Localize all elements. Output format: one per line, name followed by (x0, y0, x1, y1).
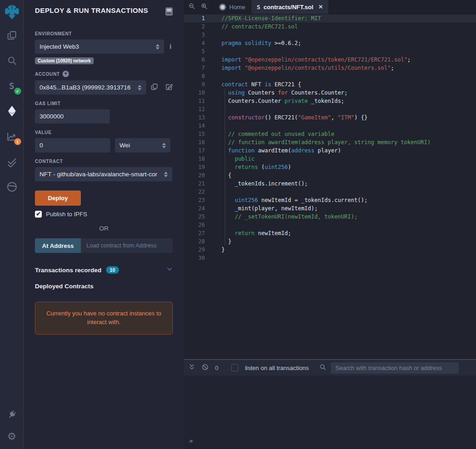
line-number: 8 (184, 72, 212, 80)
tab-nft-sol[interactable]: S contracts/NFT.sol ✕ (251, 0, 329, 14)
code-line[interactable]: 8 (184, 72, 476, 80)
code-area[interactable]: 1//SPDX-License-Identifier: MIT2// contr… (184, 14, 476, 262)
or-separator: OR (35, 225, 173, 232)
line-number: 6 (184, 56, 212, 64)
code-line[interactable]: 15 // commented out unused variable (184, 130, 476, 138)
code-line[interactable]: 30 (184, 254, 476, 262)
line-content: uint256 newItemId = _tokenIds.current(); (212, 196, 368, 204)
line-content: } (212, 237, 232, 246)
compiler-success-badge: ✓ (14, 88, 21, 95)
transactions-recorded-label: Transactions recorded (35, 267, 102, 274)
code-line[interactable]: 27 return newItemId; (184, 229, 476, 237)
analytics-notification-badge: 1 (14, 138, 21, 145)
line-content: import "@openzeppelin/contracts/utils/Co… (212, 64, 394, 72)
code-line[interactable]: 10 using Counters for Counters.Counter; (184, 89, 476, 97)
code-line[interactable]: 5 (184, 47, 476, 56)
contract-select[interactable]: NFT - github/ava-labs/avalanche-smart-co… (35, 167, 172, 181)
code-editor[interactable]: 1//SPDX-License-Identifier: MIT2// contr… (184, 14, 476, 359)
listen-all-transactions-checkbox[interactable] (231, 364, 238, 371)
code-line[interactable]: 21 _tokenIds.increment(); (184, 180, 476, 188)
search-icon[interactable] (6, 55, 18, 67)
code-line[interactable]: 12 (184, 105, 476, 113)
at-address-button[interactable]: At Address (35, 238, 81, 253)
publish-to-ipfs-label: Publish to IPFS (46, 211, 87, 218)
file-explorer-icon[interactable] (6, 29, 18, 41)
value-input[interactable] (35, 138, 110, 152)
code-line[interactable]: 2// contracts/ERC721.sol (184, 22, 476, 31)
debugger-icon[interactable] (6, 181, 18, 193)
terminal-prompt: > (184, 438, 476, 449)
terminal-output[interactable]: > (184, 376, 476, 449)
code-line[interactable]: 26 (184, 221, 476, 229)
copy-account-icon[interactable] (151, 83, 158, 92)
terminal-toolbar: 0 listen on all transactions (184, 360, 476, 376)
deploy-and-run-icon[interactable] (6, 105, 18, 117)
code-line[interactable]: 9contract NFT is ERC721 { (184, 80, 476, 89)
zoom-out-icon[interactable] (188, 3, 195, 11)
analytics-icon[interactable]: 1 (6, 130, 18, 142)
code-line[interactable]: 14 (184, 122, 476, 130)
code-line[interactable]: 1//SPDX-License-Identifier: MIT (184, 14, 476, 22)
line-content: _mint(player, newItemId); (212, 204, 318, 213)
contract-group: CONTRACT NFT - github/ava-labs/avalanche… (35, 159, 173, 181)
line-number: 25 (184, 213, 212, 221)
chevron-down-icon[interactable] (166, 266, 173, 274)
code-line[interactable]: 25 // _setTokenURI(newItemId, tokenURI); (184, 213, 476, 221)
code-line[interactable]: 28 } (184, 237, 476, 246)
select-arrows-icon (156, 44, 159, 50)
account-group: ACCOUNT + 0x845...B1aB3 (999992.3913716 (35, 71, 173, 95)
code-line[interactable]: 29} (184, 246, 476, 254)
documentation-icon[interactable] (165, 7, 173, 16)
unit-testing-icon[interactable] (6, 156, 18, 168)
zoom-in-icon[interactable] (201, 3, 208, 11)
code-line[interactable]: 11 Counters.Counter private _tokenIds; (184, 97, 476, 105)
code-line[interactable]: 23 uint256 newItemId = _tokenIds.current… (184, 196, 476, 204)
clear-console-icon[interactable] (202, 364, 209, 372)
value-unit-select[interactable]: Wei (115, 138, 170, 152)
tab-home[interactable]: Home (213, 0, 251, 14)
code-line[interactable]: 24 _mint(player, newItemId); (184, 204, 476, 213)
line-number: 5 (184, 47, 212, 56)
solidity-compiler-icon[interactable]: S ✓ (6, 80, 18, 92)
line-number: 4 (184, 39, 212, 47)
code-line[interactable]: 16 // function awardItem(address player,… (184, 138, 476, 146)
code-line[interactable]: 19 returns (uint256) (184, 163, 476, 171)
environment-select[interactable]: Injected Web3 (35, 39, 164, 54)
plugin-manager-icon[interactable] (6, 409, 18, 421)
code-line[interactable]: 20 { (184, 171, 476, 180)
code-line[interactable]: 7import "@openzeppelin/contracts/utils/C… (184, 64, 476, 72)
select-arrows-icon (162, 143, 166, 148)
publish-to-ipfs-checkbox[interactable]: ✔ (35, 211, 42, 218)
code-line[interactable]: 4pragma solidity >=0.6.2; (184, 39, 476, 47)
line-content: import "@openzeppelin/contracts/token/ER… (212, 56, 411, 64)
line-number: 14 (184, 122, 212, 130)
close-tab-icon[interactable]: ✕ (318, 4, 323, 10)
code-line[interactable]: 22 (184, 188, 476, 196)
code-line[interactable]: 3 (184, 31, 476, 39)
transactions-recorded-row[interactable]: Transactions recorded 10 (35, 266, 173, 274)
environment-label: ENVIRONMENT (35, 31, 173, 36)
code-line[interactable]: 13 constructor() ERC721("GameItem", "ITM… (184, 113, 476, 122)
at-address-input[interactable] (81, 238, 173, 253)
code-line[interactable]: 6import "@openzeppelin/contracts/token/E… (184, 56, 476, 64)
code-line[interactable]: 17 function awardItem(address player) (184, 146, 476, 155)
terminal-search-input[interactable] (331, 362, 459, 374)
account-select[interactable]: 0x845...B1aB3 (999992.3913716 (35, 80, 146, 95)
line-content (212, 31, 221, 39)
icon-rail: S ✓ 1 ⚙ (0, 0, 24, 449)
settings-icon[interactable]: ⚙ (6, 431, 18, 443)
gas-limit-input[interactable] (35, 109, 110, 123)
line-content: _tokenIds.increment(); (212, 180, 308, 188)
code-line[interactable]: 18 public (184, 155, 476, 163)
environment-info-icon[interactable]: i (170, 43, 171, 51)
expand-terminal-icon[interactable] (188, 364, 195, 372)
add-account-icon[interactable]: + (62, 71, 69, 77)
remix-logo-icon[interactable] (3, 3, 21, 23)
line-number: 19 (184, 163, 212, 171)
line-number: 3 (184, 31, 212, 39)
gas-limit-group: GAS LIMIT (35, 101, 173, 123)
sign-message-icon[interactable] (165, 83, 173, 92)
at-address-group: At Address (35, 238, 173, 253)
line-number: 2 (184, 22, 212, 31)
deploy-button[interactable]: Deploy (35, 191, 81, 206)
